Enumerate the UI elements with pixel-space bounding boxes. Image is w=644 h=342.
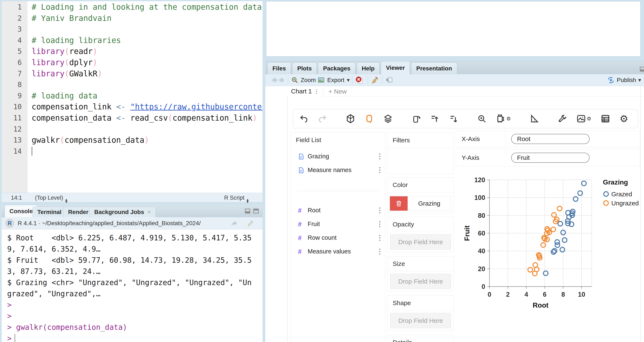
svg-text:6: 6	[543, 291, 546, 298]
zoom-button[interactable]: Zoom	[291, 74, 316, 86]
transpose-icon[interactable]	[412, 114, 421, 124]
details-panel: Details	[387, 335, 454, 342]
wrench-icon[interactable]	[558, 114, 567, 124]
stepper-icon: ▲▼	[246, 198, 248, 203]
gear-mini-icon: ⚙	[506, 116, 511, 122]
shape-drop-zone[interactable]: Drop Field Here	[390, 313, 451, 328]
console-header: R R 4.4.1 · ~/Desktop/teaching/applied_b…	[2, 217, 262, 230]
kebab-menu-icon[interactable]	[379, 248, 381, 255]
console-line: >	[7, 310, 262, 322]
working-directory: R 4.4.1 · ~/Desktop/teaching/applied_bio…	[18, 220, 201, 227]
divider	[388, 232, 454, 232]
code-line: library(GWalkR)	[32, 68, 262, 80]
console-line: $ Grazing <chr> "Ungrazed", "Ungrazed", …	[7, 277, 262, 288]
svg-text:80: 80	[478, 212, 485, 219]
svg-text:0: 0	[482, 283, 485, 290]
field-item-fruit[interactable]: # Fruit	[291, 218, 385, 231]
y-axis-row: Y-Axis Fruit	[456, 149, 640, 166]
redo-icon[interactable]	[318, 114, 327, 124]
stop-remove-icon[interactable]	[355, 74, 364, 86]
tab-files[interactable]: Files	[268, 62, 291, 74]
filetype-selector[interactable]: R Script▲▼	[224, 194, 248, 203]
field-item-grazing[interactable]: Grazing	[291, 150, 385, 163]
clear-console-broom-icon[interactable]	[246, 220, 254, 227]
text-cursor	[32, 147, 32, 156]
code-editor[interactable]: # Loading in and looking at the compensa…	[28, 1, 262, 193]
new-chart-button[interactable]: + New	[328, 87, 347, 96]
export-button[interactable]: Export ▼	[317, 74, 350, 86]
color-field-pill[interactable]: Grazing	[390, 196, 451, 211]
kebab-menu-icon[interactable]: ⋮	[314, 88, 320, 94]
minimize-pane-icon[interactable]	[639, 66, 644, 72]
field-item-root[interactable]: # Root	[291, 204, 385, 217]
degree-ruler-icon[interactable]	[530, 114, 539, 124]
tab-presentation[interactable]: Presentation	[411, 62, 457, 74]
kebab-menu-icon[interactable]	[379, 220, 381, 228]
open-in-new-window-icon[interactable]	[385, 74, 393, 86]
tab-plots[interactable]: Plots	[292, 62, 317, 74]
forward-arrow-icon[interactable]	[278, 74, 286, 86]
x-axis-field-pill[interactable]: Root	[511, 134, 590, 144]
chevron-down-icon: ▼	[638, 78, 641, 82]
filters-panel[interactable]: Filters	[387, 133, 454, 174]
kebab-menu-icon[interactable]	[379, 153, 381, 160]
zoom-in-icon[interactable]	[477, 114, 486, 124]
scope-selector[interactable]: (Top Level)▲▼	[35, 194, 68, 203]
divider	[505, 131, 505, 147]
toolbar-separator	[288, 76, 288, 84]
svg-text:Fruit: Fruit	[463, 226, 471, 241]
minimize-pane-icon[interactable]	[244, 208, 251, 214]
maximize-pane-icon[interactable]	[253, 208, 259, 214]
back-arrow-icon[interactable]	[271, 74, 278, 86]
publish-button[interactable]: Publish ▼	[607, 74, 641, 86]
size-drop-zone[interactable]: Drop Field Here	[390, 274, 451, 289]
console-pane: Console Terminal× Render× Background Job…	[2, 205, 262, 342]
tab-viewer[interactable]: Viewer	[381, 61, 410, 74]
field-item-measure-values[interactable]: # Measure values	[291, 246, 385, 258]
kebab-menu-icon[interactable]	[379, 207, 381, 214]
sort-descending-icon[interactable]	[449, 114, 459, 124]
sort-ascending-icon[interactable]	[430, 114, 440, 124]
data-table-icon[interactable]	[600, 114, 610, 124]
divider	[297, 191, 379, 191]
scatter-plot-svg: 0246810020406080100120RootFruitGrazingGr…	[456, 166, 644, 342]
kebab-menu-icon[interactable]	[379, 234, 381, 242]
close-icon[interactable]: ×	[148, 209, 150, 215]
kebab-menu-icon[interactable]	[379, 166, 381, 174]
svg-text:60: 60	[478, 230, 485, 237]
svg-text:0: 0	[488, 291, 491, 298]
right-pane-region: Files Plots Packages Help Viewer Present…	[265, 0, 644, 342]
canvas-size-icon[interactable]: ⚙	[496, 114, 511, 124]
settings-gear-icon[interactable]: ⚙	[620, 114, 628, 124]
cursor-position: 14:1	[11, 194, 22, 201]
code-line: compensation_data <- read_csv(compensati…	[32, 112, 262, 124]
export-chart-image-icon[interactable]: ⚙	[576, 114, 592, 124]
clear-viewer-broom-icon[interactable]	[371, 74, 379, 86]
code-line: library(dplyr)	[32, 57, 262, 68]
console-line: $ Fruit <dbl> 59.77, 60.98, 14.73, 19.28…	[7, 255, 262, 266]
svg-text:Grazed: Grazed	[611, 190, 632, 198]
console-output[interactable]: $ Root <dbl> 6.225, 6.487, 4.919, 5.130,…	[2, 230, 262, 342]
tab-background-jobs[interactable]: Background Jobs×	[90, 207, 156, 217]
line-number: 3	[2, 24, 22, 35]
field-item-measure-names[interactable]: Measure names	[291, 164, 385, 177]
aggregation-cube-icon[interactable]	[346, 114, 355, 124]
layers-stack-icon[interactable]	[383, 114, 393, 124]
text-cursor	[14, 334, 15, 342]
share-arrow-icon[interactable]	[231, 220, 238, 227]
tab-packages[interactable]: Packages	[318, 62, 355, 74]
opacity-drop-zone[interactable]: Drop Field Here	[390, 234, 451, 250]
code-line: library(readr)	[32, 46, 262, 57]
field-list-title: Field List	[296, 136, 321, 144]
gwalkr-app: Chart 1 ⋮ + New ⚙	[265, 86, 644, 342]
mark-type-icon[interactable]	[364, 114, 374, 124]
svg-text:100: 100	[474, 194, 485, 201]
chart-tab-chart1[interactable]: Chart 1 ⋮	[287, 86, 324, 96]
remove-field-button[interactable]	[390, 196, 408, 211]
undo-icon[interactable]	[299, 114, 308, 124]
tab-help[interactable]: Help	[357, 62, 380, 74]
field-item-row-count[interactable]: # Row count	[291, 232, 385, 244]
empty-pane	[266, 1, 641, 56]
y-axis-field-pill[interactable]: Fruit	[511, 153, 590, 163]
console-line: 9, 7.614, 6.352, 4.9…	[7, 244, 262, 255]
